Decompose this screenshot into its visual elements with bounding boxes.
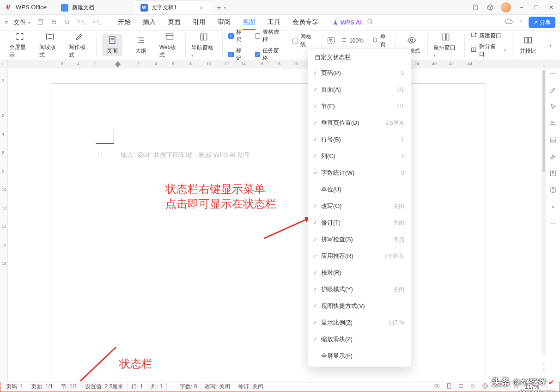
ctx-item-overwrite[interactable]: ✓改写(O)关闭 [308, 198, 411, 214]
outline-button[interactable]: 大纲 [131, 35, 151, 55]
redo-icon[interactable]: ▾ [92, 18, 101, 27]
cube-icon[interactable] [486, 3, 494, 12]
search-icon[interactable] [366, 18, 374, 27]
single-page-button[interactable]: 单页 [372, 33, 390, 49]
new-tab-button[interactable]: +▾ [215, 1, 228, 14]
rail-help-icon[interactable] [549, 186, 557, 194]
ribbon-scroll-right[interactable]: › [544, 34, 556, 57]
reader-icon[interactable] [471, 3, 480, 12]
scroll-up-icon[interactable]: ▴ [542, 362, 546, 366]
tab-home[interactable]: 开始 [118, 15, 131, 30]
file-menu[interactable]: 文件 ▾ [11, 18, 33, 28]
rail-more-icon[interactable]: ⋯ [549, 219, 557, 227]
ctx-item-eye[interactable]: ✓护眼模式(Y)关闭 [308, 281, 411, 298]
maximize-button[interactable] [532, 3, 541, 12]
statusbar[interactable]: 页码: 1 页面: 1/1 节: 1/1 设置值: 2.5厘米 行: 1 列: … [0, 381, 560, 392]
tab-newdoc[interactable]: 新建文档 [53, 0, 132, 14]
ctx-item-section[interactable]: ✓节(E)1/1 [308, 98, 411, 115]
tab-page[interactable]: 页面 [168, 15, 181, 30]
ctx-item-viewshortcut[interactable]: ✓视图快捷方式(V) [308, 298, 411, 314]
split-window-button[interactable]: 拆分窗口▾ [470, 43, 506, 58]
drag-handle-icon[interactable]: ⁝⁝ [97, 151, 103, 158]
page-layout-button[interactable]: 页面 [102, 34, 122, 56]
ctx-item-slider[interactable]: ✓缩放滑块(Z) [308, 331, 411, 348]
ctx-item-spell[interactable]: ✓拼写检查(S)开启 [308, 231, 411, 248]
ctx-item-apprec[interactable]: ✓应用推荐(R)0个推荐 [308, 248, 411, 264]
status-play-icon[interactable] [470, 383, 476, 391]
undo-icon[interactable]: ▾ [77, 18, 86, 27]
ctx-item-proof[interactable]: ✓校对(R) [308, 264, 411, 281]
status-section[interactable]: 节: 1/1 [57, 383, 81, 391]
grid-checkbox[interactable]: 网格线 [292, 33, 316, 49]
status-doc-icon[interactable] [446, 383, 452, 391]
tab-member[interactable]: 会员专享 [292, 15, 318, 30]
tab-insert[interactable]: 插入 [143, 15, 156, 30]
user-avatar[interactable] [501, 2, 511, 12]
print-icon[interactable] [50, 18, 57, 27]
scroll-down-icon[interactable]: ▾ [542, 368, 546, 372]
status-line[interactable]: 行: 1 [128, 383, 147, 391]
share-button[interactable]: ↗ 分享 [529, 17, 555, 28]
horizontal-ruler[interactable]: ∟ 64224681012141618202224404244 [0, 60, 560, 68]
status-page[interactable]: 页面: 1/1 [27, 383, 57, 391]
ctx-item-zoom[interactable]: ✓显示比例(Z)117 % [308, 314, 411, 331]
check-icon: ✓ [313, 253, 321, 259]
save-icon[interactable] [37, 18, 44, 27]
ruler-checkbox[interactable]: ✓标尺 [228, 28, 247, 44]
arrange-icon [523, 35, 533, 45]
status-col[interactable]: 列: 1 [147, 383, 167, 391]
ctx-item-col[interactable]: ✓列(C)1 [308, 148, 411, 165]
web-layout-button[interactable]: Web版式 [159, 31, 180, 59]
ctx-item-full[interactable]: 全屏显示(F) [308, 348, 411, 364]
rail-minus-icon[interactable]: — [549, 69, 557, 78]
hamburger-icon[interactable]: ≡ [5, 19, 8, 26]
ctx-item-page[interactable]: ✓页面(A)1/1 [308, 81, 411, 98]
document-page[interactable]: ⁝⁝ 输入 "@ai" 并按下回车键，唤起 WPS AI 助手 状态栏右键显示菜… [51, 83, 485, 381]
ctx-item-vpos[interactable]: ✓垂直页位置(D)2.5厘米 [308, 115, 411, 131]
preview-icon[interactable] [64, 18, 71, 27]
chevron-down-icon[interactable]: ▾ [224, 6, 226, 10]
minimize-button[interactable]: – [517, 3, 526, 12]
vertical-ruler[interactable]: 224681012141618 [0, 69, 8, 381]
wps-ai-button[interactable]: WPS AI [332, 19, 362, 26]
cloud-icon[interactable] [505, 18, 513, 27]
status-setval[interactable]: 设置值: 2.5厘米 [81, 383, 128, 391]
rail-wrench-icon[interactable] [549, 153, 557, 161]
ctx-item-label: 显示比例(Z) [321, 319, 353, 327]
status-list-icon[interactable] [458, 383, 464, 391]
nav-pane-button[interactable]: 导航窗格 ▾ [191, 32, 217, 58]
rail-pen-icon[interactable] [549, 86, 557, 94]
table-dash-checkbox[interactable]: 表格虚框 [255, 28, 284, 44]
scroll-options-icon[interactable]: ≡ [542, 64, 546, 68]
tab-reference[interactable]: 引用 [193, 15, 206, 30]
scroll-thumb[interactable] [542, 70, 545, 172]
status-track[interactable]: 修订: 关闭 [234, 383, 267, 391]
arrange-button[interactable]: 并排比 [518, 35, 538, 55]
fullscreen-button[interactable]: 全屏显示 [9, 31, 31, 59]
status-page-code[interactable]: 页码: 1 [2, 383, 27, 391]
rail-settings-icon[interactable] [549, 119, 557, 128]
reflow-button[interactable]: 重排窗口 ▾ [433, 32, 459, 58]
collapse-ribbon-icon[interactable]: ⌃ [518, 19, 523, 26]
tab-doc1[interactable]: W 文字文稿1 × [133, 0, 211, 14]
status-globe-icon[interactable] [482, 383, 488, 391]
vertical-scrollbar[interactable]: ≡ ▴ ▾ [542, 69, 546, 356]
ctx-item-line[interactable]: ✓行号(B)1 [308, 131, 411, 148]
ctx-item-unit[interactable]: 单位(U) [308, 181, 411, 198]
close-icon[interactable]: × [200, 4, 203, 12]
status-eye-icon[interactable] [433, 383, 440, 391]
ctx-item-wordcount[interactable]: ✓字数统计(W)0 [308, 165, 411, 181]
rail-cursor-icon[interactable] [549, 103, 557, 111]
new-window-button[interactable]: +新建窗口 [470, 32, 506, 40]
rail-image-icon[interactable] [549, 136, 557, 144]
rail-collapse-icon[interactable]: » [549, 202, 557, 211]
ctx-item-track[interactable]: ✓修订(T)关闭 [308, 214, 411, 231]
status-overwrite[interactable]: 改写: 关闭 [201, 383, 234, 391]
zoom-100-button[interactable]: %100% [328, 37, 364, 44]
status-words[interactable]: 字数: 0 [176, 383, 201, 391]
ctx-item-page_code[interactable]: ✓页码(P)1 [308, 65, 411, 81]
write-mode-button[interactable]: 写作模式 [69, 31, 91, 59]
close-window-button[interactable]: ✕ [547, 3, 555, 12]
rail-bookmark-icon[interactable] [549, 169, 557, 178]
read-mode-button[interactable]: 阅读版式 [39, 31, 61, 59]
